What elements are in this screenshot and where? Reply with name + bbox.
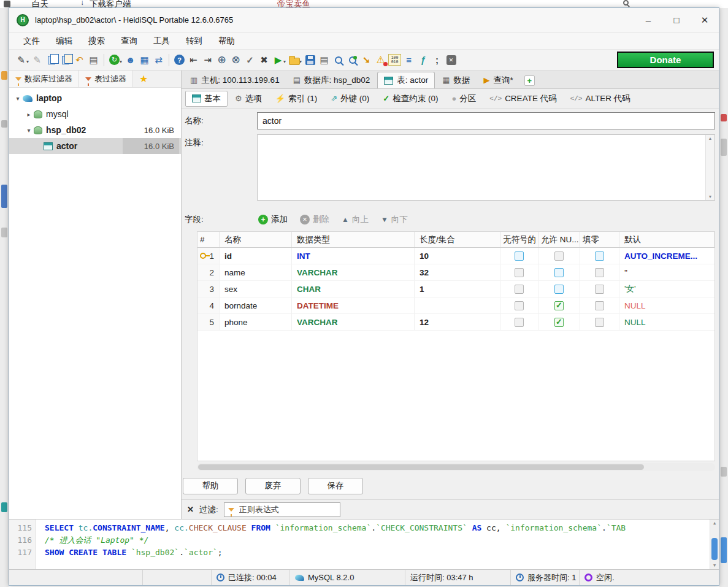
zerofill-checkbox[interactable]: [595, 251, 604, 261]
col-header-zerofill[interactable]: 填零: [580, 232, 619, 247]
field-default-cell[interactable]: AUTO_INCREME...: [619, 248, 715, 264]
col-header-default[interactable]: 默认: [619, 232, 715, 247]
unsigned-checkbox[interactable]: [515, 301, 524, 310]
horizontal-scrollbar[interactable]: [197, 463, 715, 471]
field-default-cell[interactable]: '': [619, 264, 715, 280]
close-button[interactable]: ✕: [691, 8, 719, 32]
maximize-button[interactable]: □: [662, 8, 691, 32]
unsigned-checkbox[interactable]: [515, 268, 524, 277]
table-name-input[interactable]: [257, 112, 715, 129]
table-tools-icon[interactable]: ▦: [137, 53, 151, 67]
field-type-cell[interactable]: DATETIME: [292, 297, 415, 313]
field-row-phone[interactable]: 5 phone VARCHAR 12 NULL: [197, 314, 715, 331]
save-button[interactable]: 保存: [308, 478, 363, 494]
table-filter-tab[interactable]: 表过滤器: [79, 71, 133, 87]
tab-database[interactable]: ▤ 数据库: hsp_db02: [287, 72, 377, 88]
find-replace-icon[interactable]: [345, 53, 359, 67]
tree-item-db-hsp-db02[interactable]: ▾ hsp_db02 16.0 KiB: [9, 122, 181, 138]
tab-query[interactable]: ▶ 查询*: [478, 72, 519, 88]
tab-data[interactable]: ▦ 数据: [436, 72, 476, 88]
subtab-options[interactable]: ⚙ 选项: [229, 91, 268, 107]
tree-item-session-laptop[interactable]: ▾ laptop: [9, 90, 181, 106]
donate-button[interactable]: Donate: [617, 52, 714, 68]
filter-input[interactable]: [224, 503, 340, 516]
open-file-icon[interactable]: [287, 53, 301, 67]
copy-icon[interactable]: [44, 53, 58, 67]
field-default-cell[interactable]: '女': [619, 281, 715, 297]
paste-icon[interactable]: [58, 53, 72, 67]
chevron-down-icon[interactable]: ▾: [283, 59, 286, 64]
delete-record-icon[interactable]: ⊗: [229, 53, 243, 67]
remove-field-button[interactable]: ✕ 删除: [300, 214, 329, 225]
menu-search[interactable]: 搜索: [80, 36, 113, 47]
field-length-cell[interactable]: 32: [415, 264, 500, 280]
field-name-cell[interactable]: phone: [220, 314, 292, 330]
allow-null-checkbox[interactable]: [554, 251, 564, 261]
comment-textarea[interactable]: ▲ ▼: [257, 134, 715, 201]
zerofill-checkbox[interactable]: [595, 268, 604, 277]
subtab-foreign-keys[interactable]: ⇗ 外键 (0): [324, 91, 375, 107]
add-record-icon[interactable]: ⊕: [215, 53, 229, 67]
col-header-allow-null[interactable]: 允许 NU...: [538, 232, 580, 247]
field-default-cell[interactable]: NULL: [619, 314, 715, 330]
search-icon[interactable]: [623, 0, 629, 6]
unsigned-checkbox[interactable]: [515, 285, 524, 294]
export-icon[interactable]: ▤: [317, 53, 331, 67]
field-length-cell[interactable]: 10: [415, 248, 500, 264]
close-tab-icon[interactable]: ✕: [444, 53, 458, 67]
align-lines-icon[interactable]: ≡: [402, 53, 416, 67]
unsigned-checkbox[interactable]: [515, 318, 524, 327]
cancel-editing-icon[interactable]: ✖: [257, 53, 271, 67]
comment-scrollbar[interactable]: ▲ ▼: [705, 135, 715, 200]
sql-log-lines[interactable]: SELECT tc.CONSTRAINT_NAME, cc.CHECK_CLAU…: [36, 520, 710, 569]
allow-null-checkbox[interactable]: [554, 301, 564, 310]
scroll-down-icon[interactable]: ▼: [713, 563, 716, 568]
sql-log-scrollbar[interactable]: ▲ ▼: [710, 520, 719, 569]
move-down-button[interactable]: ▼ 向下: [381, 214, 408, 225]
chevron-down-icon[interactable]: ▾: [26, 59, 29, 64]
menu-query[interactable]: 查询: [113, 36, 145, 47]
scroll-down-icon[interactable]: ▼: [708, 194, 713, 199]
add-field-button[interactable]: + 添加: [258, 214, 288, 225]
warning-icon[interactable]: ⚠: [374, 53, 388, 67]
field-type-cell[interactable]: INT: [292, 248, 415, 264]
post-changes-icon[interactable]: ✓: [243, 53, 257, 67]
new-query-tab-icon[interactable]: +: [524, 75, 535, 86]
search-icon[interactable]: [331, 53, 345, 67]
field-row-id[interactable]: 1 id INT 10 AUTO_INCREME...: [197, 248, 715, 264]
save-icon[interactable]: [303, 53, 317, 67]
field-name-cell[interactable]: name: [220, 264, 292, 280]
col-header-unsigned[interactable]: 无符号的: [500, 232, 538, 247]
field-row-borndate[interactable]: 4 borndate DATETIME NULL: [197, 297, 715, 314]
menu-goto[interactable]: 转到: [178, 36, 210, 47]
close-filter-icon[interactable]: ✕: [187, 505, 194, 514]
chevron-down-icon[interactable]: ▾: [13, 95, 23, 102]
field-name-cell[interactable]: sex: [220, 281, 292, 297]
move-up-button[interactable]: ▲ 向上: [342, 214, 369, 225]
tree-item-db-mysql[interactable]: ▸ mysql: [9, 106, 181, 122]
field-name-cell[interactable]: borndate: [220, 297, 292, 313]
tab-table[interactable]: 表: actor: [377, 72, 435, 88]
tab-host[interactable]: ▥ 主机: 100.113.199.61: [184, 72, 286, 88]
grid-header-row[interactable]: # 名称 数据类型 长度/集合 无符号的 允许 NU... 填零 默认: [197, 232, 715, 248]
scrollbar-thumb[interactable]: [711, 538, 718, 560]
col-header-num[interactable]: #: [197, 232, 220, 247]
col-header-datatype[interactable]: 数据类型: [292, 232, 415, 247]
field-type-cell[interactable]: VARCHAR: [292, 264, 415, 280]
sync-database-icon[interactable]: ⇄: [151, 53, 166, 67]
user-manager-icon[interactable]: ☻: [123, 53, 137, 67]
subtab-check-constraints[interactable]: ✓ 检查约束 (0): [377, 91, 444, 107]
col-header-name[interactable]: 名称: [220, 232, 292, 247]
subtab-alter-code[interactable]: </> ALTER 代码: [564, 91, 637, 107]
zerofill-checkbox[interactable]: [595, 318, 604, 327]
field-type-cell[interactable]: VARCHAR: [292, 314, 415, 330]
titlebar[interactable]: H laptop\hsp_db02\actor\ - HeidiSQL Port…: [9, 8, 719, 33]
subtab-basic[interactable]: 基本: [185, 91, 228, 107]
scrollbar-thumb[interactable]: [198, 464, 644, 470]
discard-button[interactable]: 废弃: [245, 478, 301, 494]
chevron-right-icon[interactable]: ▸: [24, 111, 34, 118]
subtab-partitions[interactable]: ● 分区: [445, 91, 482, 107]
chevron-down-icon[interactable]: ▾: [299, 59, 302, 64]
menu-file[interactable]: 文件: [15, 36, 48, 47]
reformat-sql-icon[interactable]: ƒ: [416, 53, 430, 67]
